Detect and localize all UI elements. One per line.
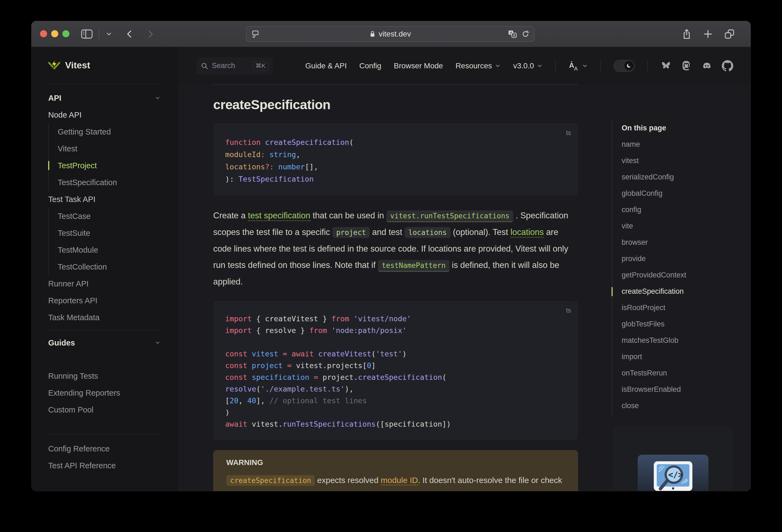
toc-item-globalconfig[interactable]: globalConfig xyxy=(621,185,749,202)
code-token: specification xyxy=(247,373,309,382)
theme-toggle[interactable] xyxy=(613,60,635,72)
sidebar-item-testcollection[interactable]: TestCollection xyxy=(58,258,161,275)
link-module-id[interactable]: module ID xyxy=(381,476,418,486)
sidebar-item-testsuite[interactable]: TestSuite xyxy=(58,225,161,242)
code-token: await xyxy=(225,420,247,428)
toc-item-import[interactable]: import xyxy=(621,349,749,365)
code-line: import { createVitest } from 'vitest/nod… xyxy=(225,313,566,324)
code-token: createSpecification xyxy=(265,138,349,146)
sidebar-item-testspecification[interactable]: TestSpecification xyxy=(58,174,161,191)
toc-item-isbrowserenabled[interactable]: isBrowserEnabled xyxy=(621,381,749,397)
close-button[interactable] xyxy=(40,30,47,37)
code-token: const xyxy=(225,350,247,358)
doc-column: createSpecification ts function createSp… xyxy=(213,85,578,491)
code-token: locations xyxy=(225,163,265,171)
github-icon[interactable] xyxy=(722,60,733,72)
chevron-down-icon xyxy=(495,63,501,69)
nav-link-browser-mode[interactable]: Browser Mode xyxy=(394,62,443,70)
sidebar-item-node-api[interactable]: Node API xyxy=(48,106,161,123)
code-line: resolve('./example.test.ts'), xyxy=(225,383,566,395)
translate-icon[interactable]: A xyxy=(508,30,517,38)
search-button[interactable]: Search ⌘K xyxy=(196,57,273,75)
toc-item-globtestfiles[interactable]: globTestFiles xyxy=(621,316,749,332)
sidebar-item-test-task-api[interactable]: Test Task API xyxy=(48,191,161,208)
aside-title: On this page xyxy=(621,122,749,133)
toc-item-close[interactable]: close xyxy=(621,397,749,414)
main-content: createSpecification ts function createSp… xyxy=(178,85,751,491)
code-token: createVitest xyxy=(314,350,371,358)
sidebar-item-reporters-api[interactable]: Reporters API xyxy=(48,292,161,309)
code-link-vitest-runtestspecifications[interactable]: vitest.runTestSpecifications xyxy=(386,210,513,222)
nav-link-label: Resources xyxy=(456,62,492,70)
nav-link-label: Config xyxy=(359,62,381,70)
code-token: TestSpecification xyxy=(239,175,314,183)
sidebar-item-testproject[interactable]: TestProject xyxy=(58,157,161,174)
toc-item-config[interactable]: config xyxy=(621,202,749,218)
code-token: { createVitest } xyxy=(252,315,332,323)
sidebar-section-api[interactable]: API xyxy=(48,90,161,106)
code-token: ( xyxy=(371,350,376,358)
mastodon-icon[interactable] xyxy=(680,60,692,72)
inline-code: locations xyxy=(404,227,451,238)
code-link-testnamepattern[interactable]: testNamePattern xyxy=(378,260,450,272)
minimize-button[interactable] xyxy=(51,30,58,37)
code-block-signature[interactable]: ts function createSpecification( moduleI… xyxy=(213,123,578,196)
chevron-down-icon xyxy=(537,63,543,69)
sidebar-item-test-api-reference[interactable]: Test API Reference xyxy=(48,457,161,474)
nav-divider xyxy=(555,60,556,72)
forward-icon[interactable] xyxy=(146,29,155,39)
code-token: : xyxy=(260,150,270,159)
sidebar-item-vitest[interactable]: Vitest xyxy=(58,140,161,157)
sponsor-card[interactable]: </> xyxy=(613,426,733,491)
sidebar-item-runner-api[interactable]: Runner API xyxy=(48,275,161,292)
reload-icon[interactable] xyxy=(522,30,530,38)
sidebar-toggle-icon[interactable] xyxy=(81,29,93,39)
toc-item-isrootproject[interactable]: isRootProject xyxy=(621,299,749,316)
nav-link-guide-api[interactable]: Guide & API xyxy=(305,62,347,70)
discord-icon[interactable] xyxy=(701,61,713,71)
navbar: Search ⌘K Guide & APIConfigBrowser ModeR… xyxy=(178,47,751,85)
sidebar-item-getting-started[interactable]: Getting Started xyxy=(58,123,161,140)
toc-item-browser[interactable]: browser xyxy=(621,234,749,250)
language-menu[interactable]: A A xyxy=(568,61,588,71)
sidebar-item-testcase[interactable]: TestCase xyxy=(58,208,161,225)
toc-item-name[interactable]: name xyxy=(621,136,749,152)
chevron-down-icon[interactable] xyxy=(105,31,112,38)
code-block-example[interactable]: ts import { createVitest } from 'vitest/… xyxy=(213,301,578,440)
zoom-button[interactable] xyxy=(62,30,69,37)
toc-item-vite[interactable]: vite xyxy=(621,218,749,234)
nav-right: Guide & APIConfigBrowser ModeResourcesv3… xyxy=(305,60,733,72)
toc-item-createspecification[interactable]: createSpecification xyxy=(621,283,749,299)
toc-item-vitest[interactable]: vitest xyxy=(621,152,749,169)
address-bar[interactable]: vitest.dev A xyxy=(246,26,534,42)
bluesky-icon[interactable] xyxy=(660,61,672,71)
logo[interactable]: Vitest xyxy=(31,47,178,83)
nav-link-v3-0-0[interactable]: v3.0.0 xyxy=(513,62,543,70)
link-locations[interactable]: locations xyxy=(510,227,544,238)
toc-item-getprovidedcontext[interactable]: getProvidedContext xyxy=(621,267,749,283)
tab-overview-icon[interactable] xyxy=(724,29,735,39)
sidebar-item-task-metadata[interactable]: Task Metadata xyxy=(48,309,161,326)
toc-item-ontestsrerun[interactable]: onTestsRerun xyxy=(621,365,749,381)
code-line: ) xyxy=(225,406,566,418)
code-token: ): xyxy=(225,175,239,183)
sidebar-item-testmodule[interactable]: TestModule xyxy=(58,242,161,258)
nav-link-config[interactable]: Config xyxy=(359,62,381,70)
sidebar-item-running-tests[interactable]: Running Tests xyxy=(48,367,161,384)
page-icon[interactable] xyxy=(251,30,259,38)
code-lang-badge: ts xyxy=(566,305,571,316)
sidebar-item-extending-reporters[interactable]: Extending Reporters xyxy=(48,384,161,401)
link-test-specification[interactable]: test specification xyxy=(248,211,310,221)
nav-link-resources[interactable]: Resources xyxy=(456,62,501,70)
new-tab-icon[interactable] xyxy=(703,29,713,39)
sidebar-item-custom-pool[interactable]: Custom Pool xyxy=(48,401,161,418)
toc-item-serializedconfig[interactable]: serializedConfig xyxy=(621,169,749,185)
code-token: vitest xyxy=(247,350,278,358)
toc-item-provide[interactable]: provide xyxy=(621,250,749,267)
share-icon[interactable] xyxy=(681,28,692,40)
sidebar-item-config-reference[interactable]: Config Reference xyxy=(48,440,161,457)
toc-item-matchestestglob[interactable]: matchesTestGlob xyxy=(621,332,749,349)
back-icon[interactable] xyxy=(125,29,134,39)
code-lang-badge: ts xyxy=(566,127,571,139)
sidebar-section-guides[interactable]: Guides xyxy=(48,334,161,351)
